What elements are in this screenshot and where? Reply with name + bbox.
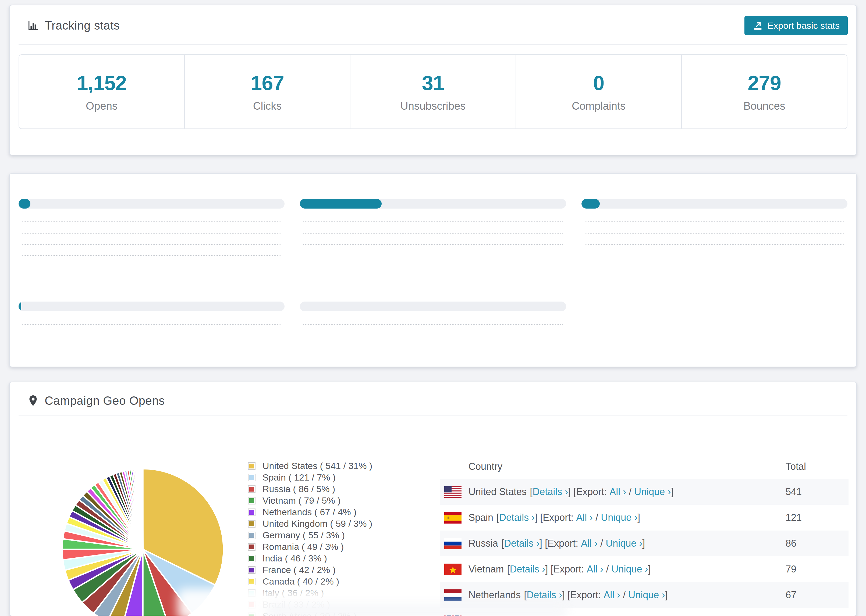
legend-item-ru: Russia ( 86 / 5% ): [248, 483, 372, 495]
details-link[interactable]: Details ›: [527, 589, 562, 601]
rate-row: [19, 324, 285, 327]
legend-label: United States ( 541 / 31% ): [263, 460, 372, 471]
legend-item-nl: Netherlands ( 67 / 4% ): [248, 506, 372, 518]
stat-cell-opens: 1,152Opens: [19, 55, 185, 129]
dotted-leader: [585, 233, 844, 234]
stat-label: Bounces: [743, 100, 785, 112]
dotted-leader: [585, 222, 844, 222]
page-title: Tracking stats: [45, 19, 120, 32]
rate-section-opens-rate: [300, 181, 566, 267]
dotted-leader: [22, 222, 281, 222]
legend-label: Netherlands ( 67 / 4% ): [263, 507, 357, 517]
flag-icon-vn: [444, 564, 461, 575]
export-all-link[interactable]: All ›: [581, 538, 598, 549]
legend-swatch: [248, 566, 255, 574]
dotted-leader: [22, 244, 281, 245]
legend-item-ro: Romania ( 49 / 3% ): [248, 541, 372, 553]
dotted-leader: [585, 244, 844, 245]
legend-label: Russia ( 86 / 5% ): [263, 484, 335, 494]
details-link[interactable]: Details ›: [532, 486, 568, 498]
rate-row: [19, 233, 285, 236]
details-link[interactable]: Details ›: [504, 538, 540, 549]
country-name: Spain: [469, 512, 493, 523]
dotted-leader: [303, 324, 563, 325]
stat-value: 167: [251, 71, 284, 94]
stat-cell-unsubscribes: 31Unsubscribes: [350, 55, 516, 129]
export-prefix: [Export:: [551, 564, 584, 575]
rate-row: [300, 244, 566, 247]
export-unique-link[interactable]: Unique ›: [612, 564, 648, 575]
progress-bar: [300, 199, 566, 209]
progress-bar-fill: [300, 199, 382, 209]
legend-item-fr: France ( 42 / 2% ): [248, 564, 372, 576]
dotted-leader: [303, 233, 563, 234]
details-link[interactable]: Details ›: [510, 564, 545, 575]
stat-value: 1,152: [77, 71, 126, 94]
stat-cell-complaints: 0Complaints: [516, 55, 682, 129]
bar-chart-icon: [27, 19, 39, 32]
legend-swatch: [248, 486, 255, 493]
export-unique-link[interactable]: Unique ›: [606, 538, 642, 549]
export-prefix: [Export:: [567, 589, 601, 601]
progress-bar-fill: [581, 199, 600, 209]
flag-icon-nl: [444, 589, 461, 601]
rates-grid: [19, 181, 847, 335]
legend-label: United Kingdom ( 59 / 3% ): [263, 519, 372, 529]
export-all-link[interactable]: All ›: [576, 512, 593, 523]
export-basic-stats-button[interactable]: Export basic stats: [745, 16, 848, 35]
country-total: 79: [786, 564, 849, 575]
legend-swatch: [248, 497, 255, 504]
rate-row: [300, 222, 566, 225]
stat-label: Clicks: [253, 100, 282, 112]
progress-bar-fill: [19, 302, 21, 311]
legend-label: Spain ( 121 / 7% ): [263, 472, 335, 483]
geo-section-title: Campaign Geo Opens: [45, 394, 165, 407]
export-unique-link[interactable]: Unique ›: [628, 589, 665, 601]
export-all-link[interactable]: All ›: [609, 486, 626, 498]
rate-row: [581, 244, 847, 247]
country-name: United States: [469, 486, 527, 498]
tracking-stats-card: Tracking stats Export basic stats 1,152O…: [9, 5, 857, 156]
campaign-geo-opens-card: Campaign Geo Opens United States ( 541 /…: [9, 382, 857, 616]
export-prefix: [Export:: [545, 538, 578, 549]
legend-swatch: [248, 509, 255, 516]
country-total: 541: [786, 486, 849, 498]
stat-cell-bounces: 279Bounces: [682, 55, 847, 129]
legend-item-in: India ( 46 / 3% ): [248, 553, 372, 564]
legend-label: Germany ( 55 / 3% ): [263, 530, 345, 541]
legend-item-vn: Vietnam ( 79 / 5% ): [248, 495, 372, 506]
rate-row: [300, 324, 566, 327]
progress-bar: [581, 199, 847, 209]
map-pin-icon: [27, 394, 39, 407]
legend-item-de: Germany ( 55 / 3% ): [248, 530, 372, 541]
legend-swatch: [248, 543, 255, 551]
card-bottom-shadow: [266, 603, 567, 616]
stat-label: Complaints: [572, 100, 625, 112]
rate-row: [300, 233, 566, 236]
flag-icon-es: [444, 512, 461, 523]
legend-swatch: [248, 555, 255, 562]
legend-item-gb: United Kingdom ( 59 / 3% ): [248, 518, 372, 530]
export-prefix: [Export:: [573, 486, 607, 498]
progress-bar-fill: [19, 199, 30, 209]
progress-bar: [19, 199, 285, 209]
export-unique-link[interactable]: Unique ›: [601, 512, 638, 523]
rate-row: [19, 222, 285, 225]
details-link[interactable]: Details ›: [499, 512, 535, 523]
rate-section-clicks-rate: [19, 181, 285, 267]
export-all-link[interactable]: All ›: [587, 564, 603, 575]
header-divider: [19, 44, 847, 45]
country-total: 86: [786, 538, 849, 549]
dotted-leader: [22, 255, 281, 256]
export-all-link[interactable]: All ›: [603, 589, 620, 601]
rate-row: [581, 233, 847, 236]
table-row-es: Spain [Details ›] [Export: All › / Uniqu…: [440, 505, 849, 531]
geo-table: Country Total United States [Details ›] …: [440, 454, 849, 616]
export-unique-link[interactable]: Unique ›: [634, 486, 671, 498]
progress-bar: [19, 302, 285, 311]
legend-swatch: [248, 462, 255, 470]
stat-value: 0: [593, 71, 604, 94]
stat-label: Unsubscribes: [400, 100, 466, 112]
column-header-total: Total: [786, 461, 849, 472]
country-total: 121: [786, 512, 849, 523]
